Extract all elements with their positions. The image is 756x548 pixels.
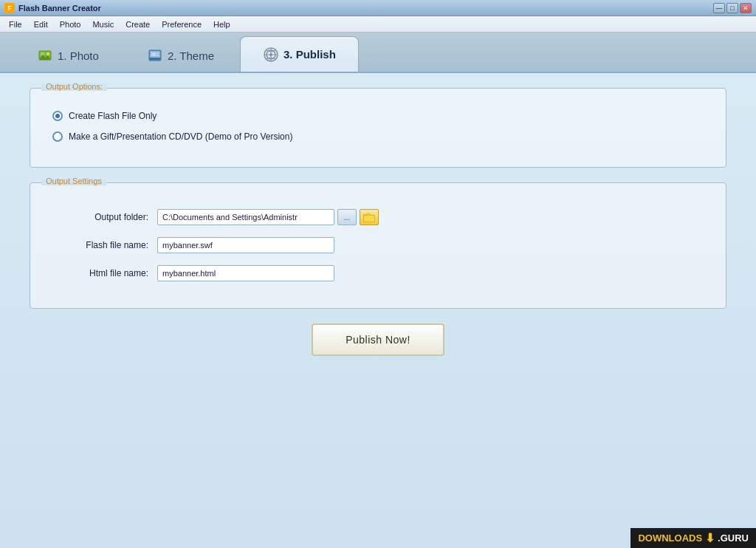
menu-preference[interactable]: Preference bbox=[156, 18, 207, 30]
svg-point-14 bbox=[269, 53, 272, 56]
main-content: 1. Photo 2. Theme bbox=[0, 32, 756, 548]
output-options-title: Output Options: bbox=[41, 82, 107, 91]
radio-flash-only-input[interactable] bbox=[52, 111, 63, 121]
menu-edit[interactable]: Edit bbox=[28, 18, 54, 30]
tab-bar: 1. Photo 2. Theme bbox=[0, 32, 756, 73]
svg-rect-7 bbox=[151, 52, 156, 56]
radio-cd-dvd-input[interactable] bbox=[52, 131, 63, 142]
flash-filename-label: Flash file name: bbox=[52, 240, 148, 250]
svg-rect-6 bbox=[150, 58, 160, 60]
output-folder-row: Output folder: ... bbox=[52, 209, 704, 225]
radio-cd-dvd-label: Make a Gift/Presentation CD/DVD (Demo of… bbox=[69, 131, 292, 142]
menu-bar: File Edit Photo Music Create Preference … bbox=[0, 16, 756, 32]
html-filename-input[interactable] bbox=[157, 265, 334, 281]
tab-publish[interactable]: 3. Publish bbox=[240, 36, 359, 72]
menu-create[interactable]: Create bbox=[120, 18, 156, 30]
svg-rect-1 bbox=[41, 52, 44, 55]
svg-point-3 bbox=[47, 52, 49, 55]
output-settings-title: Output Settings bbox=[41, 177, 106, 185]
watermark-text2: .GURU bbox=[718, 532, 749, 544]
close-button[interactable]: ✕ bbox=[740, 3, 752, 13]
content-panel: Output Options: Create Flash File Only M… bbox=[0, 73, 756, 548]
radio-cd-dvd[interactable]: Make a Gift/Presentation CD/DVD (Demo of… bbox=[52, 131, 704, 142]
watermark: DOWNLOADS ⬇ .GURU bbox=[630, 528, 756, 548]
output-options-section: Output Options: Create Flash File Only M… bbox=[30, 88, 726, 168]
tab-photo[interactable]: 1. Photo bbox=[15, 39, 121, 72]
minimize-button[interactable]: — bbox=[713, 3, 725, 13]
title-bar: F Flash Banner Creator — □ ✕ bbox=[0, 0, 756, 16]
output-folder-label: Output folder: bbox=[52, 212, 148, 222]
html-filename-row: Html file name: bbox=[52, 265, 704, 281]
maximize-button[interactable]: □ bbox=[726, 3, 738, 13]
svg-rect-9 bbox=[157, 55, 159, 56]
window-controls: — □ ✕ bbox=[713, 3, 752, 13]
browse-button[interactable]: ... bbox=[337, 209, 357, 225]
menu-music[interactable]: Music bbox=[86, 18, 120, 30]
svg-rect-8 bbox=[157, 52, 159, 54]
tab-publish-label: 3. Publish bbox=[284, 48, 336, 61]
publish-icon bbox=[263, 47, 279, 63]
tab-theme[interactable]: 2. Theme bbox=[125, 39, 236, 72]
photo-icon bbox=[37, 47, 53, 64]
html-filename-label: Html file name: bbox=[52, 268, 148, 278]
menu-file[interactable]: File bbox=[3, 18, 28, 30]
svg-rect-16 bbox=[364, 216, 374, 222]
radio-flash-only[interactable]: Create Flash File Only bbox=[52, 111, 704, 121]
radio-group: Create Flash File Only Make a Gift/Prese… bbox=[52, 111, 704, 142]
publish-now-button[interactable]: Publish Now! bbox=[312, 323, 444, 356]
publish-button-container: Publish Now! bbox=[30, 323, 726, 356]
menu-help[interactable]: Help bbox=[207, 18, 236, 30]
tab-theme-label: 2. Theme bbox=[168, 49, 214, 62]
app-icon: F bbox=[4, 3, 15, 13]
theme-icon bbox=[147, 47, 163, 64]
flash-filename-input[interactable] bbox=[157, 237, 334, 253]
output-folder-input[interactable] bbox=[157, 209, 334, 225]
output-settings-section: Output Settings Output folder: ... bbox=[30, 182, 726, 309]
flash-filename-row: Flash file name: bbox=[52, 237, 704, 253]
tab-photo-label: 1. Photo bbox=[58, 49, 99, 62]
watermark-download-icon: ⬇ bbox=[705, 531, 715, 545]
watermark-text1: DOWNLOADS bbox=[638, 532, 702, 544]
folder-button[interactable] bbox=[360, 209, 379, 225]
app-title: Flash Banner Creator bbox=[18, 4, 713, 13]
radio-flash-only-label: Create Flash File Only bbox=[69, 111, 157, 121]
menu-photo[interactable]: Photo bbox=[54, 18, 87, 30]
